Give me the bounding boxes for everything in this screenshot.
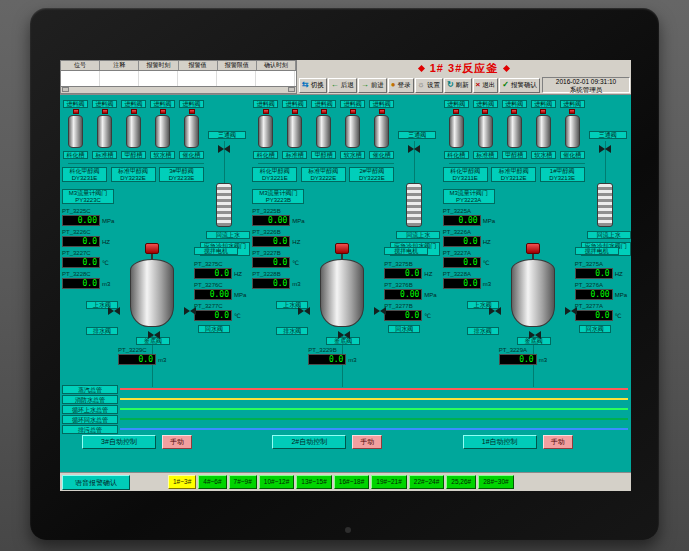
- valve-icon[interactable]: [489, 307, 501, 315]
- reactor-vessel[interactable]: [320, 259, 364, 327]
- feed-valve-label[interactable]: 标准甲醇阀 DY3212E: [491, 167, 536, 182]
- tank-valve-icon[interactable]: [131, 109, 137, 114]
- datetime-text: 2016-02-01 09:31:10: [543, 78, 629, 86]
- drain-valve-label[interactable]: 排水阀: [467, 327, 499, 335]
- page-button[interactable]: 7#~9#: [229, 475, 257, 489]
- tank-valve-icon[interactable]: [379, 109, 385, 114]
- tank-valve-icon[interactable]: [482, 109, 488, 114]
- tank-vessel[interactable]: [97, 115, 112, 148]
- return-water-valve-label[interactable]: 回水阀: [198, 325, 230, 333]
- scroll-left-icon[interactable]: [62, 87, 69, 92]
- manual-mode-button[interactable]: 手动: [543, 435, 573, 449]
- flow-meter-valve-label[interactable]: M3流量计阀门 PY3223B: [252, 189, 304, 204]
- tank-valve-icon[interactable]: [453, 109, 459, 114]
- tank-valve-icon[interactable]: [350, 109, 356, 114]
- valve-icon[interactable]: [565, 307, 577, 315]
- tank-vessel[interactable]: [258, 115, 273, 148]
- tank-vessel[interactable]: [184, 115, 199, 148]
- alarm-table-body[interactable]: [61, 71, 296, 86]
- tank-vessel[interactable]: [449, 115, 464, 148]
- instrument: PT_3277B 0.0℃: [384, 303, 440, 321]
- feed-valve-label[interactable]: 标准甲醇阀 DY3232E: [111, 167, 156, 182]
- tank-valve-icon[interactable]: [569, 109, 575, 114]
- alarm-table-scrollbar[interactable]: [61, 86, 296, 93]
- toolbar-button[interactable]: × 退出: [473, 78, 499, 93]
- valve-icon[interactable]: [218, 145, 230, 153]
- return-water-valve-label[interactable]: 回水阀: [388, 325, 420, 333]
- agitator-motor-icon[interactable]: [335, 243, 349, 254]
- tank-vessel[interactable]: [155, 115, 170, 148]
- valve-icon[interactable]: [374, 307, 386, 315]
- page-button[interactable]: 28#~30#: [478, 475, 514, 489]
- tank-valve-icon[interactable]: [540, 109, 546, 114]
- tank-valve-icon[interactable]: [189, 109, 195, 114]
- tank-vessel[interactable]: [126, 115, 141, 148]
- voice-alarm-ack-button[interactable]: 语音报警确认: [62, 475, 130, 490]
- tank-vessel[interactable]: [374, 115, 389, 148]
- page-button[interactable]: 13#~15#: [296, 475, 332, 489]
- tank-valve-icon[interactable]: [292, 109, 298, 114]
- toolbar-button[interactable]: ← 后退: [328, 78, 357, 93]
- feed-valve-label[interactable]: 标准甲醇阀 DY3222E: [301, 167, 346, 182]
- agitator-motor-icon[interactable]: [145, 243, 159, 254]
- page-button[interactable]: 1#~3#: [168, 475, 196, 489]
- feed-valve-label[interactable]: 科化甲醇阀 DY3211E: [443, 167, 488, 182]
- toolbar-button[interactable]: ✓ 报警确认: [499, 78, 540, 93]
- instrument: PT_3228C 0.0m3: [62, 271, 122, 289]
- drain-valve-label[interactable]: 排水阀: [276, 327, 308, 335]
- pipe-segment: [68, 163, 204, 164]
- auto-control-button[interactable]: 2#自动控制: [272, 435, 346, 449]
- reactor-vessel[interactable]: [511, 259, 555, 327]
- scroll-right-icon[interactable]: [288, 87, 295, 92]
- page-button[interactable]: 16#~18#: [334, 475, 370, 489]
- tank-valve-icon[interactable]: [511, 109, 517, 114]
- page-button[interactable]: 10#~12#: [259, 475, 295, 489]
- valve-icon[interactable]: [108, 307, 120, 315]
- tank-vessel[interactable]: [536, 115, 551, 148]
- tank-vessel[interactable]: [478, 115, 493, 148]
- feed-valve-label[interactable]: 1#甲醇阀 DY3213E: [540, 167, 585, 182]
- valve-icon[interactable]: [298, 307, 310, 315]
- tank-vessel[interactable]: [345, 115, 360, 148]
- manual-mode-button[interactable]: 手动: [352, 435, 382, 449]
- tank-feed-valve-label: 进料阀: [369, 100, 394, 108]
- agitator-motor-icon[interactable]: [526, 243, 540, 254]
- feed-valve-label[interactable]: 2#甲醇阀 DY3223E: [349, 167, 394, 182]
- return-water-valve-label[interactable]: 回水阀: [579, 325, 611, 333]
- manual-mode-button[interactable]: 手动: [162, 435, 192, 449]
- flow-meter-valve-label[interactable]: M3流量计阀门 PY3223A: [443, 189, 495, 204]
- auto-control-button[interactable]: 1#自动控制: [463, 435, 537, 449]
- valve-icon[interactable]: [599, 145, 611, 153]
- valve-icon[interactable]: [338, 331, 350, 339]
- tank-vessel[interactable]: [507, 115, 522, 148]
- page-button[interactable]: 19#~21#: [371, 475, 407, 489]
- feed-valve-label[interactable]: 科化甲醇阀 DY3231E: [62, 167, 107, 182]
- drain-valve-label[interactable]: 排水阀: [86, 327, 118, 335]
- tank-valve-icon[interactable]: [263, 109, 269, 114]
- tank-valve-icon[interactable]: [73, 109, 79, 114]
- page-button[interactable]: 25,26#: [446, 475, 476, 489]
- tank-valve-icon[interactable]: [321, 109, 327, 114]
- feed-valve-label[interactable]: 3#甲醇阀 DY3233E: [159, 167, 204, 182]
- tank-vessel[interactable]: [565, 115, 580, 148]
- valve-icon[interactable]: [529, 331, 541, 339]
- valve-icon[interactable]: [184, 307, 196, 315]
- tank-valve-icon[interactable]: [102, 109, 108, 114]
- valve-icon[interactable]: [408, 145, 420, 153]
- toolbar-button[interactable]: ☼ 设置: [415, 78, 443, 93]
- valve-icon[interactable]: [148, 331, 160, 339]
- page-button[interactable]: 22#~24#: [409, 475, 445, 489]
- tank-vessel[interactable]: [68, 115, 83, 148]
- toolbar-button[interactable]: ↻ 刷新: [444, 78, 472, 93]
- feed-valve-label[interactable]: 科化甲醇阀 DY3221E: [252, 167, 297, 182]
- page-button[interactable]: 4#~6#: [198, 475, 226, 489]
- toolbar-button[interactable]: ● 登录: [388, 78, 414, 93]
- tank-vessel[interactable]: [316, 115, 331, 148]
- flow-meter-valve-label[interactable]: M3流量计阀门 PY3223C: [62, 189, 114, 204]
- toolbar-button[interactable]: → 前进: [358, 78, 387, 93]
- toolbar-button[interactable]: ⇆ 切换: [299, 78, 327, 93]
- reactor-vessel[interactable]: [130, 259, 174, 327]
- tank-vessel[interactable]: [287, 115, 302, 148]
- tank-valve-icon[interactable]: [160, 109, 166, 114]
- auto-control-button[interactable]: 3#自动控制: [82, 435, 156, 449]
